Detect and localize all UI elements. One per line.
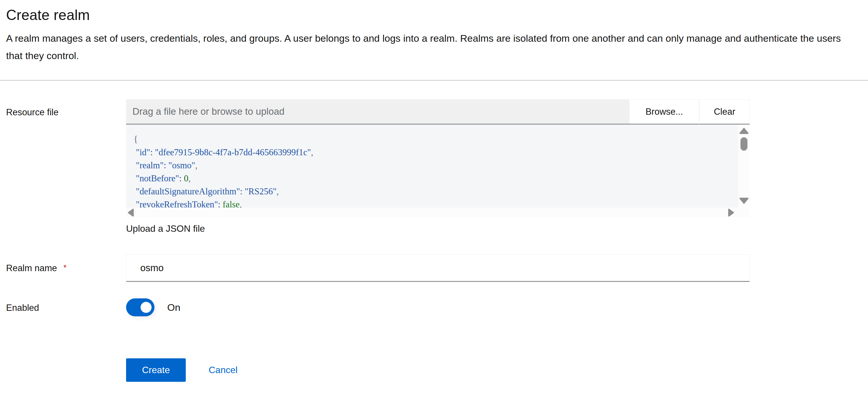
header-divider — [0, 80, 868, 81]
code-line: "defaultSignatureAlgorithm": "RS256", — [134, 185, 738, 198]
scrollbar-thumb[interactable] — [741, 137, 747, 151]
code-token — [166, 160, 168, 170]
scroll-up-icon[interactable] — [739, 127, 749, 135]
code-token: , — [311, 147, 313, 157]
code-token — [134, 147, 136, 157]
resource-file-label: Resource file — [6, 99, 126, 118]
scrollbar-corner — [738, 208, 750, 217]
enabled-state-label: On — [167, 299, 180, 316]
page-title: Create realm — [6, 6, 857, 24]
file-upload-input[interactable] — [126, 99, 629, 125]
enabled-field: On — [126, 299, 750, 316]
code-token: , — [195, 160, 198, 170]
cancel-button[interactable]: Cancel — [209, 365, 238, 375]
code-token: false — [223, 199, 240, 208]
upload-helper-text: Upload a JSON file — [126, 223, 750, 234]
enabled-toggle[interactable] — [126, 299, 154, 316]
code-line: "revokeRefreshToken": false, — [134, 198, 738, 208]
code-line: "id": "dfee7915-9b8c-4f7a-b7dd-465663999… — [134, 146, 738, 159]
code-token: 0 — [184, 173, 188, 183]
browse-button[interactable]: Browse... — [629, 99, 699, 125]
json-preview-content[interactable]: { "id": "dfee7915-9b8c-4f7a-b7dd-4656639… — [126, 125, 738, 208]
realm-name-field — [126, 254, 750, 282]
scroll-left-icon[interactable] — [127, 208, 134, 218]
file-upload-group: Browse... Clear — [126, 99, 750, 125]
code-token: "revokeRefreshToken": — [136, 199, 221, 208]
code-token: , — [240, 199, 242, 208]
page-description: A realm manages a set of users, credenti… — [6, 30, 857, 64]
code-token — [134, 199, 136, 208]
resource-file-row: Resource file Browse... Clear { "id": "d… — [6, 99, 752, 234]
code-token: , — [277, 186, 279, 196]
realm-name-label: Realm name* — [6, 254, 126, 274]
code-token: "dfee7915-9b8c-4f7a-b7dd-465663999f1c" — [155, 147, 311, 157]
code-token — [134, 186, 136, 196]
code-line: "notBefore": 0, — [134, 172, 738, 185]
horizontal-scrollbar[interactable] — [126, 208, 738, 217]
code-token: , — [188, 173, 191, 183]
code-token — [134, 160, 136, 170]
json-preview-viewer: { "id": "dfee7915-9b8c-4f7a-b7dd-4656639… — [126, 125, 750, 217]
code-token: "realm": — [136, 160, 166, 170]
code-token: "osmo" — [168, 160, 195, 170]
code-token: "id": — [136, 147, 153, 157]
code-token — [134, 173, 136, 183]
resource-file-field: Browse... Clear { "id": "dfee7915-9b8c-4… — [126, 99, 750, 234]
realm-name-input[interactable] — [126, 254, 750, 282]
realm-name-label-text: Realm name — [6, 263, 57, 273]
scroll-right-icon[interactable] — [728, 208, 735, 218]
create-realm-form: Resource file Browse... Clear { "id": "d… — [6, 99, 752, 382]
vertical-scrollbar[interactable] — [738, 125, 750, 208]
scroll-down-icon[interactable] — [739, 197, 749, 206]
clear-button[interactable]: Clear — [699, 99, 750, 125]
page-header: Create realm A realm manages a set of us… — [6, 6, 857, 64]
code-token: "RS256" — [245, 186, 277, 196]
code-token: "defaultSignatureAlgorithm": — [136, 186, 243, 196]
required-asterisk: * — [63, 263, 67, 272]
toggle-knob-icon — [141, 302, 152, 313]
code-line: { — [134, 133, 738, 146]
code-token — [153, 147, 155, 157]
code-token: "notBefore": — [136, 173, 182, 183]
code-line: "realm": "osmo", — [134, 159, 738, 172]
enabled-row: Enabled On — [6, 299, 752, 316]
realm-name-row: Realm name* — [6, 254, 752, 282]
enabled-label: Enabled — [6, 299, 126, 313]
form-actions: Create Cancel — [126, 358, 752, 382]
create-button[interactable]: Create — [126, 358, 186, 382]
code-token: { — [134, 134, 138, 144]
